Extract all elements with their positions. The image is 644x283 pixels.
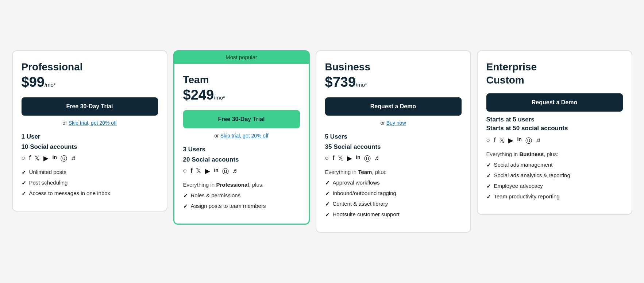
price-suffix-business: /mo*	[356, 82, 367, 88]
facebook-icon: f	[332, 154, 334, 163]
feature-item: ✓Social ads analytics & reporting	[486, 172, 623, 179]
feature-item: ✓Social ads management	[486, 162, 623, 168]
skip-link-professional: or Skip trial, get 20% off	[22, 120, 158, 126]
includes-text-business: Everything in Team, plus:	[325, 169, 462, 175]
feature-item: ✓Employee advocacy	[486, 183, 623, 190]
cta-button-professional[interactable]: Free 30-Day Trial	[22, 97, 158, 116]
instagram-icon: ○	[22, 154, 26, 163]
tiktok-icon: ♬	[536, 136, 541, 145]
cta-button-business[interactable]: Request a Demo	[325, 97, 462, 116]
check-icon: ✓	[486, 172, 491, 179]
check-icon: ✓	[486, 194, 491, 200]
youtube-icon: ▶	[205, 167, 210, 176]
features-list-business: ✓Approval workflows ✓Inbound/outbound ta…	[325, 179, 462, 218]
feature-item: ✓Assign posts to team members	[183, 203, 300, 210]
feature-item: ✓Roles & permissions	[183, 192, 300, 199]
buy-link-business: or Buy now	[325, 120, 462, 126]
skip-link-anchor-team[interactable]: Skip trial, get 20% off	[220, 133, 269, 139]
plan-accounts-team: 20 Social accounts	[183, 156, 300, 163]
tiktok-icon: ♬	[71, 154, 76, 163]
twitter-icon: 𝕏	[338, 154, 343, 163]
check-icon: ✓	[325, 180, 330, 186]
pinterest-icon: ⓤ	[61, 154, 67, 163]
pinterest-icon: ⓤ	[525, 136, 532, 145]
check-icon: ✓	[486, 183, 491, 190]
price-amount-team: $249	[183, 87, 214, 103]
instagram-icon: ○	[325, 154, 329, 163]
plan-price-business: $739 /mo*	[325, 74, 462, 90]
plan-price-team: $249 /mo*	[183, 87, 300, 103]
youtube-icon: ▶	[347, 154, 352, 163]
twitter-icon: 𝕏	[196, 167, 201, 176]
facebook-icon: f	[29, 154, 31, 163]
plan-card-professional: Professional $99 /mo* Free 30-Day Trial …	[12, 50, 167, 212]
plan-users-professional: 1 User	[22, 133, 158, 140]
check-icon: ✓	[22, 180, 26, 186]
plan-wrapper-team: Most popular Team $249 /mo* Free 30-Day …	[173, 50, 310, 225]
price-custom-enterprise: Custom	[486, 74, 623, 86]
plan-accounts-professional: 10 Social accounts	[22, 143, 158, 151]
feature-item: ✓Unlimited posts	[22, 169, 158, 176]
includes-text-enterprise: Everything in Business, plus:	[486, 151, 623, 157]
skip-link-anchor-professional[interactable]: Skip trial, get 20% off	[69, 120, 117, 126]
check-icon: ✓	[325, 190, 330, 197]
facebook-icon: f	[494, 136, 495, 145]
instagram-icon: ○	[183, 167, 187, 176]
plan-name-business: Business	[325, 61, 462, 73]
check-icon: ✓	[486, 162, 491, 168]
price-amount-business: $739	[325, 74, 356, 90]
features-list-team: ✓Roles & permissions ✓Assign posts to te…	[183, 192, 300, 210]
plan-price-professional: $99 /mo*	[22, 74, 158, 90]
check-icon: ✓	[325, 201, 330, 208]
features-list-enterprise: ✓Social ads management ✓Social ads analy…	[486, 162, 623, 200]
instagram-icon: ○	[486, 136, 490, 145]
tiktok-icon: ♬	[232, 167, 238, 176]
social-icons-professional: ○ f 𝕏 ▶ in ⓤ ♬	[22, 154, 158, 163]
twitter-icon: 𝕏	[499, 136, 505, 145]
plan-accounts-business: 35 Social accounts	[325, 143, 462, 151]
feature-item: ✓Team productivity reporting	[486, 193, 623, 200]
feature-item: ✓Access to messages in one inbox	[22, 190, 158, 197]
plan-card-enterprise: Enterprise Custom Request a Demo Starts …	[477, 50, 632, 215]
pinterest-icon: ⓤ	[364, 154, 371, 163]
youtube-icon: ▶	[508, 136, 513, 145]
twitter-icon: 𝕏	[34, 154, 40, 163]
linkedin-icon: in	[517, 136, 521, 145]
enterprise-info: Starts at 5 users Starts at 50 social ac…	[486, 116, 623, 132]
feature-item: ✓Approval workflows	[325, 179, 462, 186]
price-suffix-team: /mo*	[214, 94, 225, 101]
youtube-icon: ▶	[43, 154, 49, 163]
enterprise-users: Starts at 5 users	[486, 116, 623, 123]
pinterest-icon: ⓤ	[222, 167, 229, 176]
linkedin-icon: in	[356, 154, 360, 163]
social-icons-enterprise: ○ f 𝕏 ▶ in ⓤ ♬	[486, 136, 623, 145]
plan-users-team: 3 Users	[183, 146, 300, 153]
skip-link-team: or Skip trial, get 20% off	[183, 133, 300, 139]
plan-name-professional: Professional	[22, 61, 158, 73]
social-icons-business: ○ f 𝕏 ▶ in ⓤ ♬	[325, 154, 462, 163]
social-icons-team: ○ f 𝕏 ▶ in ⓤ ♬	[183, 167, 300, 176]
cta-button-team[interactable]: Free 30-Day Trial	[183, 110, 300, 128]
linkedin-icon: in	[52, 154, 57, 163]
features-list-professional: ✓Unlimited posts ✓Post scheduling ✓Acces…	[22, 169, 158, 197]
check-icon: ✓	[183, 203, 188, 210]
check-icon: ✓	[325, 212, 330, 218]
plan-card-business: Business $739 /mo* Request a Demo or Buy…	[316, 50, 471, 233]
plan-card-team: Team $249 /mo* Free 30-Day Trial or Skip…	[173, 64, 310, 225]
price-suffix-professional: /mo*	[45, 82, 56, 88]
check-icon: ✓	[183, 193, 188, 199]
linkedin-icon: in	[214, 167, 218, 176]
cta-button-enterprise[interactable]: Request a Demo	[486, 93, 623, 112]
includes-text-team: Everything in Professional, plus:	[183, 182, 300, 188]
enterprise-accounts: Starts at 50 social accounts	[486, 125, 623, 132]
feature-item: ✓Inbound/outbound tagging	[325, 190, 462, 197]
tiktok-icon: ♬	[374, 154, 379, 163]
plan-name-enterprise: Enterprise	[486, 61, 623, 73]
buy-link-anchor-business[interactable]: Buy now	[386, 120, 406, 126]
feature-item: ✓Hootsuite customer support	[325, 211, 462, 218]
popular-badge: Most popular	[173, 50, 310, 64]
check-icon: ✓	[22, 190, 26, 197]
price-amount-professional: $99	[22, 74, 45, 90]
plan-users-business: 5 Users	[325, 133, 462, 140]
feature-item: ✓Post scheduling	[22, 179, 158, 186]
